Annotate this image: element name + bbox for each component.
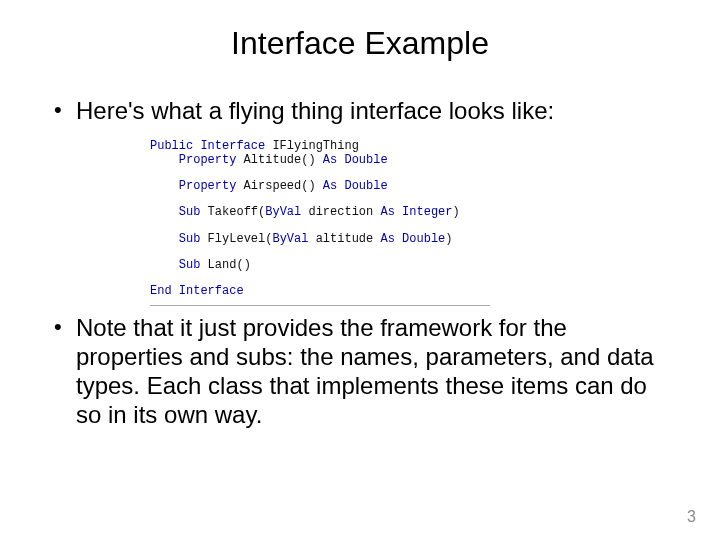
bullet-list: Here's what a flying thing interface loo… [50, 97, 670, 126]
code-keyword: Property [150, 179, 236, 193]
page-number: 3 [687, 508, 696, 526]
code-line: Public Interface IFlyingThing [150, 140, 490, 153]
code-text: Airspeed() [236, 179, 322, 193]
code-keyword: As Double [323, 179, 388, 193]
code-line: Property Altitude() As Double [150, 154, 490, 167]
bullet-list-2: Note that it just provides the framework… [50, 314, 670, 429]
code-text: altitude [308, 232, 380, 246]
code-text: direction [301, 205, 380, 219]
code-text: IFlyingThing [265, 139, 359, 153]
bullet-note: Note that it just provides the framework… [50, 314, 670, 429]
code-keyword: As Double [380, 232, 445, 246]
code-block: Public Interface IFlyingThing Property A… [150, 140, 490, 306]
code-text: Takeoff( [200, 205, 265, 219]
code-text: FlyLevel( [200, 232, 272, 246]
code-line: End Interface [150, 285, 490, 298]
code-text: Land() [200, 258, 250, 272]
code-line: Sub FlyLevel(ByVal altitude As Double) [150, 233, 490, 246]
code-line: Property Airspeed() As Double [150, 180, 490, 193]
code-line: Sub Land() [150, 259, 490, 272]
code-line: Sub Takeoff(ByVal direction As Integer) [150, 206, 490, 219]
code-text: ) [452, 205, 459, 219]
code-keyword: Sub [150, 258, 200, 272]
code-keyword: ByVal [272, 232, 308, 246]
code-text: Altitude() [236, 153, 322, 167]
code-text: ) [445, 232, 452, 246]
code-keyword: ByVal [265, 205, 301, 219]
code-keyword: Sub [150, 232, 200, 246]
code-keyword: Public Interface [150, 139, 265, 153]
code-keyword: As Double [323, 153, 388, 167]
code-keyword: As Integer [380, 205, 452, 219]
code-keyword: Property [150, 153, 236, 167]
code-keyword: Sub [150, 205, 200, 219]
slide-title: Interface Example [50, 25, 670, 62]
code-keyword: End Interface [150, 284, 244, 298]
bullet-intro: Here's what a flying thing interface loo… [50, 97, 670, 126]
